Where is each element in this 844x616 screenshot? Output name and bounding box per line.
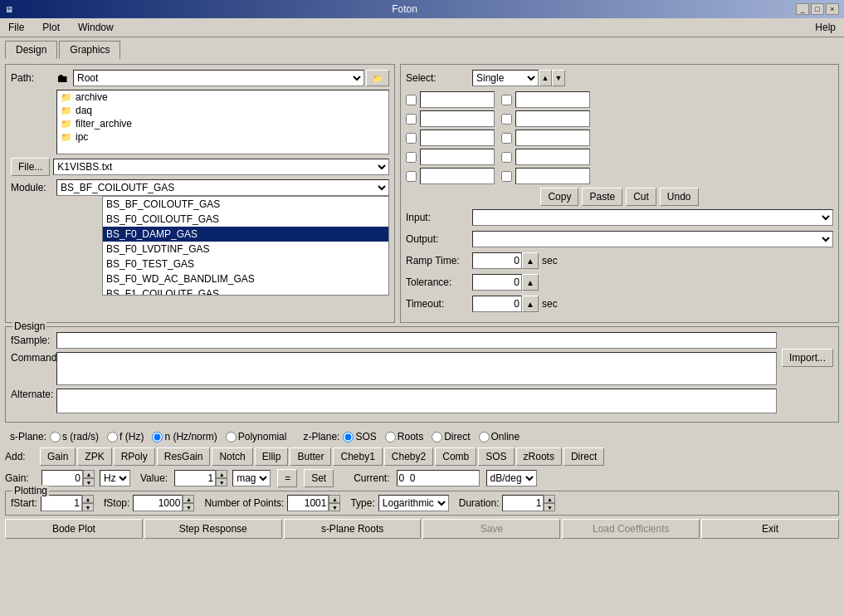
fstop-up-btn[interactable]: ▲: [183, 495, 194, 503]
module-item-2[interactable]: BS_F0_DAMP_GAS: [103, 227, 388, 242]
add-cheby2-btn[interactable]: Cheby2: [384, 447, 433, 466]
gain-input[interactable]: [41, 470, 83, 486]
path-browse-button[interactable]: 📁: [366, 70, 389, 86]
tab-design[interactable]: Design: [5, 41, 57, 59]
zplane-radio-sos[interactable]: [343, 432, 354, 442]
add-gain-btn[interactable]: Gain: [40, 447, 76, 466]
checkbox-input-10[interactable]: [515, 168, 590, 184]
folder-daq[interactable]: 📁 daq: [57, 104, 388, 117]
add-direct-btn[interactable]: Direct: [563, 447, 604, 466]
add-zpk-btn[interactable]: ZPK: [77, 447, 111, 466]
add-ellip-btn[interactable]: Ellip: [255, 447, 289, 466]
value-up-btn[interactable]: ▲: [216, 470, 227, 478]
add-sos-btn[interactable]: SOS: [478, 447, 514, 466]
ramp-up-btn[interactable]: ▲: [522, 252, 539, 269]
timeout-up-btn[interactable]: ▲: [522, 296, 539, 312]
checkbox-9[interactable]: [501, 152, 512, 163]
zplane-radio-direct[interactable]: [432, 432, 442, 442]
checkbox-2[interactable]: [406, 114, 417, 125]
checkbox-8[interactable]: [501, 133, 512, 144]
gain-down-btn[interactable]: ▼: [83, 478, 95, 486]
select-down-btn[interactable]: ▼: [552, 70, 565, 86]
module-item-4[interactable]: BS_F0_TEST_GAS: [103, 257, 388, 271]
splane-roots-button[interactable]: s-Plane Roots: [284, 519, 422, 539]
module-item-6[interactable]: BS_F1_COILOUTF_GAS: [103, 286, 388, 296]
close-button[interactable]: ×: [826, 3, 839, 15]
checkbox-input-8[interactable]: [515, 130, 590, 146]
select-dropdown[interactable]: Single Multiple: [472, 70, 539, 86]
add-notch-btn[interactable]: Notch: [212, 447, 252, 466]
add-resgain-btn[interactable]: ResGain: [157, 447, 211, 466]
add-rpoly-btn[interactable]: RPoly: [114, 447, 155, 466]
module-item-3[interactable]: BS_F0_LVDTINF_GAS: [103, 242, 388, 257]
fstart-input[interactable]: [41, 495, 82, 511]
command-textarea[interactable]: [56, 352, 777, 385]
zplane-rad-roots[interactable]: Roots: [385, 431, 423, 442]
npoints-down-btn[interactable]: ▼: [329, 503, 340, 511]
gain-unit-dropdown[interactable]: Hz: [100, 470, 130, 486]
tab-graphics[interactable]: Graphics: [59, 41, 120, 59]
tolerance-input[interactable]: [472, 274, 522, 291]
folder-tree[interactable]: 📁 archive 📁 daq 📁 filter_archive 📁 ipc: [56, 90, 389, 154]
checkbox-7[interactable]: [501, 114, 512, 125]
path-dropdown[interactable]: Root: [73, 70, 364, 86]
checkbox-3[interactable]: [406, 133, 417, 144]
menu-plot[interactable]: Plot: [37, 20, 65, 35]
module-item-5[interactable]: BS_F0_WD_AC_BANDLIM_GAS: [103, 271, 388, 286]
checkbox-1[interactable]: [406, 95, 417, 105]
file-button[interactable]: File...: [11, 158, 50, 176]
checkbox-input-1[interactable]: [420, 91, 495, 108]
checkbox-input-5[interactable]: [420, 168, 495, 184]
select-up-btn[interactable]: ▲: [539, 70, 552, 86]
equals-button[interactable]: =: [277, 469, 297, 487]
splane-rad-f[interactable]: f (Hz): [107, 431, 144, 442]
current-input[interactable]: [397, 470, 480, 486]
ramp-time-input[interactable]: [472, 252, 522, 269]
fstart-down-btn[interactable]: ▼: [82, 503, 94, 511]
duration-down-btn[interactable]: ▼: [544, 503, 555, 511]
set-button[interactable]: Set: [304, 469, 334, 487]
splane-radio-poly[interactable]: [226, 432, 237, 442]
zplane-radio-roots[interactable]: [385, 432, 396, 442]
tolerance-up-btn[interactable]: ▲: [522, 274, 539, 291]
checkbox-4[interactable]: [406, 152, 417, 163]
zplane-radio-online[interactable]: [479, 432, 490, 442]
add-butter-btn[interactable]: Butter: [290, 447, 331, 466]
undo-button[interactable]: Undo: [660, 188, 699, 206]
fstart-up-btn[interactable]: ▲: [82, 495, 94, 503]
current-unit-dropdown[interactable]: dB/deg: [486, 470, 537, 486]
fstop-down-btn[interactable]: ▼: [183, 503, 194, 511]
checkbox-input-3[interactable]: [420, 130, 495, 146]
add-cheby1-btn[interactable]: Cheby1: [333, 447, 382, 466]
npoints-up-btn[interactable]: ▲: [329, 495, 340, 503]
paste-button[interactable]: Paste: [582, 188, 622, 206]
duration-input[interactable]: [502, 495, 544, 511]
checkbox-10[interactable]: [501, 171, 512, 182]
folder-filter-archive[interactable]: 📁 filter_archive: [57, 117, 388, 130]
splane-rad-n[interactable]: n (Hz/norm): [152, 431, 217, 442]
npoints-input[interactable]: [287, 495, 329, 511]
menu-file[interactable]: File: [3, 20, 29, 35]
input-dropdown[interactable]: [472, 209, 833, 226]
copy-button[interactable]: Copy: [540, 188, 578, 206]
module-item-0[interactable]: BS_BF_COILOUTF_GAS: [103, 197, 388, 212]
checkbox-input-4[interactable]: [420, 149, 495, 165]
add-comb-btn[interactable]: Comb: [435, 447, 476, 466]
cut-button[interactable]: Cut: [626, 188, 656, 206]
maximize-button[interactable]: □: [811, 3, 824, 15]
step-response-button[interactable]: Step Response: [144, 519, 282, 539]
checkbox-input-6[interactable]: [515, 91, 590, 108]
checkbox-input-2[interactable]: [420, 110, 495, 127]
import-button[interactable]: Import...: [782, 349, 833, 367]
bode-plot-button[interactable]: Bode Plot: [5, 519, 143, 539]
gain-up-btn[interactable]: ▲: [83, 470, 95, 478]
module-select[interactable]: BS_BF_COILOUTF_GAS: [56, 179, 389, 196]
splane-radio-n[interactable]: [152, 432, 163, 442]
splane-radio-f[interactable]: [107, 432, 118, 442]
folder-archive[interactable]: 📁 archive: [57, 90, 388, 104]
checkbox-input-7[interactable]: [515, 110, 590, 127]
splane-rad-poly[interactable]: Polynomial: [226, 431, 287, 442]
timeout-input[interactable]: [472, 296, 522, 312]
zplane-rad-sos[interactable]: SOS: [343, 431, 376, 442]
zplane-rad-online[interactable]: Online: [479, 431, 520, 442]
